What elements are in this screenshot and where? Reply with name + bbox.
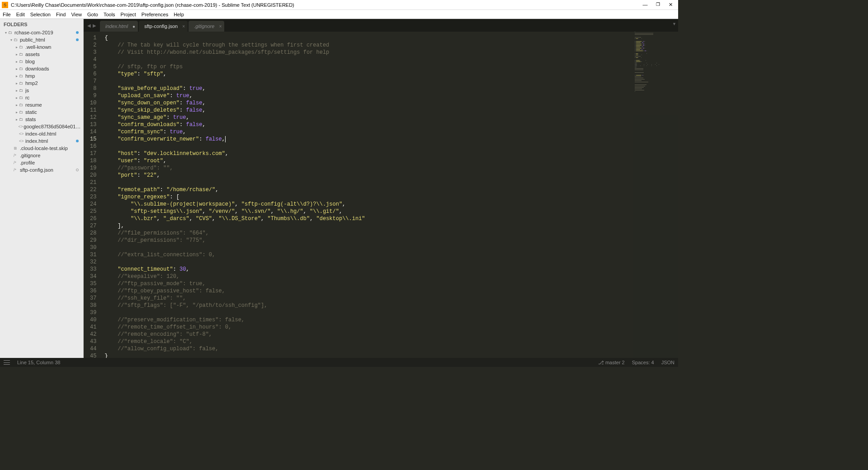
code-view[interactable]: { // The tab key will cycle through the … bbox=[101, 32, 678, 358]
code-line[interactable] bbox=[101, 78, 678, 85]
code-line[interactable]: "sync_skip_deletes": false, bbox=[101, 107, 678, 114]
tree-item[interactable]: ▸🗀assets bbox=[0, 51, 83, 58]
code-line[interactable]: { bbox=[101, 34, 678, 42]
code-line[interactable]: //"preserve_modification_times": false, bbox=[101, 316, 678, 324]
code-line[interactable] bbox=[101, 179, 678, 186]
minimize-button[interactable]: — bbox=[642, 2, 648, 8]
menu-edit[interactable]: Edit bbox=[16, 12, 25, 17]
code-line[interactable]: //"ssh_key_file": "", bbox=[101, 295, 678, 302]
tree-item[interactable]: ▸🗀downloads bbox=[0, 65, 83, 72]
tree-item[interactable]: ▸🗀js bbox=[0, 87, 83, 94]
code-line[interactable] bbox=[101, 244, 678, 251]
tab-switcher-button[interactable]: ▼ bbox=[672, 22, 676, 26]
minimap[interactable] bbox=[633, 32, 678, 358]
code-line[interactable]: "confirm_downloads": false, bbox=[101, 121, 678, 128]
code-line[interactable]: "remote_path": "/home/rchase/", bbox=[101, 186, 678, 193]
status-spaces[interactable]: Spaces: 4 bbox=[632, 360, 654, 366]
maximize-button[interactable]: ❐ bbox=[655, 2, 661, 8]
status-syntax[interactable]: JSON bbox=[661, 360, 675, 366]
menu-find[interactable]: Find bbox=[56, 12, 66, 17]
code-line[interactable]: //"remote_encoding": "utf-8", bbox=[101, 331, 678, 338]
code-line[interactable] bbox=[101, 309, 678, 316]
code-line[interactable]: //"keepalive": 120, bbox=[101, 273, 678, 280]
tree-item[interactable]: ▸🗀blog bbox=[0, 58, 83, 65]
code-line[interactable]: } bbox=[101, 352, 678, 358]
tree-arrow-icon: ▸ bbox=[14, 118, 19, 122]
tree-item[interactable]: /*.profile bbox=[0, 159, 83, 166]
console-toggle-icon[interactable] bbox=[4, 360, 10, 365]
tree-item[interactable]: ▸🗀stats bbox=[0, 116, 83, 123]
tree-item[interactable]: <>index.html bbox=[0, 137, 83, 145]
code-line[interactable]: ], bbox=[101, 222, 678, 230]
code-line[interactable] bbox=[101, 143, 678, 150]
menu-goto[interactable]: Goto bbox=[87, 12, 98, 17]
menu-preferences[interactable]: Preferences bbox=[142, 12, 168, 17]
tree-item[interactable]: <>index-old.html bbox=[0, 130, 83, 137]
tree-item[interactable]: 🗎.cloud-locale-test.skip bbox=[0, 145, 83, 152]
tree-item[interactable]: /*.gitignore bbox=[0, 152, 83, 159]
close-button[interactable]: ✕ bbox=[667, 2, 674, 8]
code-line[interactable]: //"remote_locale": "C", bbox=[101, 338, 678, 345]
code-line[interactable]: "port": "22", bbox=[101, 172, 678, 179]
code-line[interactable]: "type": "sftp", bbox=[101, 70, 678, 78]
menu-file[interactable]: File bbox=[3, 12, 11, 17]
line-number: 13 bbox=[90, 121, 96, 128]
tree-item[interactable]: ▸🗀.well-known bbox=[0, 43, 83, 51]
tab[interactable]: index.html bbox=[100, 21, 138, 32]
code-line[interactable]: //"dir_permissions": "775", bbox=[101, 237, 678, 244]
code-line[interactable]: //"sftp_flags": ["-F", "/path/to/ssh_con… bbox=[101, 302, 678, 309]
code-line[interactable]: "save_before_upload": true, bbox=[101, 85, 678, 92]
code-line[interactable]: "user": "root", bbox=[101, 157, 678, 164]
tree-item[interactable]: <>googlec87f36d5084e0177.html bbox=[0, 123, 83, 130]
tree-item[interactable]: /*sftp-config.json bbox=[0, 166, 83, 174]
code-line[interactable]: "sync_down_on_open": false, bbox=[101, 99, 678, 107]
code-line[interactable]: "sftp-settings\\.json", "/venv/", "\\.sv… bbox=[101, 208, 678, 215]
code-line[interactable] bbox=[101, 56, 678, 63]
line-number: 7 bbox=[90, 78, 96, 85]
tab-close-icon[interactable]: × bbox=[219, 24, 222, 29]
menu-help[interactable]: Help bbox=[174, 12, 184, 17]
tree-item[interactable]: ▸🗀static bbox=[0, 108, 83, 116]
editor-body[interactable]: 1234567891011121314151617181920212223242… bbox=[84, 32, 678, 358]
tab-close-icon[interactable] bbox=[132, 24, 135, 29]
code-line[interactable] bbox=[101, 258, 678, 266]
tab-close-icon[interactable]: × bbox=[182, 24, 185, 29]
code-line[interactable]: //"ftp_obey_passive_host": false, bbox=[101, 287, 678, 295]
tree-item[interactable]: ▸🗀hmp2 bbox=[0, 80, 83, 87]
tab[interactable]: sftp-config.json× bbox=[139, 21, 188, 32]
code-line[interactable]: "host": "dev.locklinnetworks.com", bbox=[101, 150, 678, 157]
tree-item[interactable]: ▾🗀public_html bbox=[0, 36, 83, 43]
tree-item[interactable]: ▸🗀hmp bbox=[0, 72, 83, 80]
code-line[interactable]: "connect_timeout": 30, bbox=[101, 266, 678, 273]
menu-project[interactable]: Project bbox=[121, 12, 136, 17]
code-line[interactable]: "confirm_overwrite_newer": false, bbox=[101, 136, 678, 143]
menu-view[interactable]: View bbox=[71, 12, 82, 17]
code-line[interactable]: //"ftp_passive_mode": true, bbox=[101, 280, 678, 287]
nav-back-button[interactable]: ◀ bbox=[87, 23, 91, 28]
code-line[interactable]: //"file_permissions": "664", bbox=[101, 230, 678, 237]
menu-tools[interactable]: Tools bbox=[104, 12, 115, 17]
tree-item[interactable]: ▾🗀rchase-com-2019 bbox=[0, 29, 83, 36]
code-line[interactable]: "\\.bzr", "_darcs", "CVS", "\\.DS_Store"… bbox=[101, 215, 678, 222]
code-line[interactable]: // The tab key will cycle through the se… bbox=[101, 42, 678, 49]
menu-selection[interactable]: Selection bbox=[30, 12, 51, 17]
code-line[interactable]: "\\.sublime-(project|workspace)", "sftp-… bbox=[101, 201, 678, 208]
tab[interactable]: .gitignore× bbox=[189, 21, 224, 32]
code-line[interactable]: //"password": "", bbox=[101, 164, 678, 172]
status-branch[interactable]: ⎇ master 2 bbox=[598, 360, 625, 366]
line-number: 45 bbox=[90, 352, 96, 358]
code-line[interactable]: //"remote_time_offset_in_hours": 0, bbox=[101, 324, 678, 331]
code-line[interactable]: // Visit http://wbond.net/sublime_packag… bbox=[101, 49, 678, 56]
tree-item[interactable]: ▸🗀rc bbox=[0, 94, 83, 101]
folder-icon: 🗀 bbox=[19, 95, 25, 100]
code-line[interactable]: "ignore_regexes": [ bbox=[101, 193, 678, 201]
nav-forward-button[interactable]: ▶ bbox=[93, 23, 96, 28]
code-line[interactable]: // sftp, ftp or ftps bbox=[101, 63, 678, 70]
code-line[interactable]: //"extra_list_connections": 0, bbox=[101, 251, 678, 258]
code-line[interactable]: "sync_same_age": true, bbox=[101, 114, 678, 121]
tree-label: googlec87f36d5084e0177.html bbox=[24, 124, 81, 129]
code-line[interactable]: "confirm_sync": true, bbox=[101, 128, 678, 136]
code-line[interactable]: //"allow_config_upload": false, bbox=[101, 345, 678, 352]
tree-item[interactable]: ▸🗀resume bbox=[0, 101, 83, 108]
code-line[interactable]: "upload_on_save": true, bbox=[101, 92, 678, 99]
